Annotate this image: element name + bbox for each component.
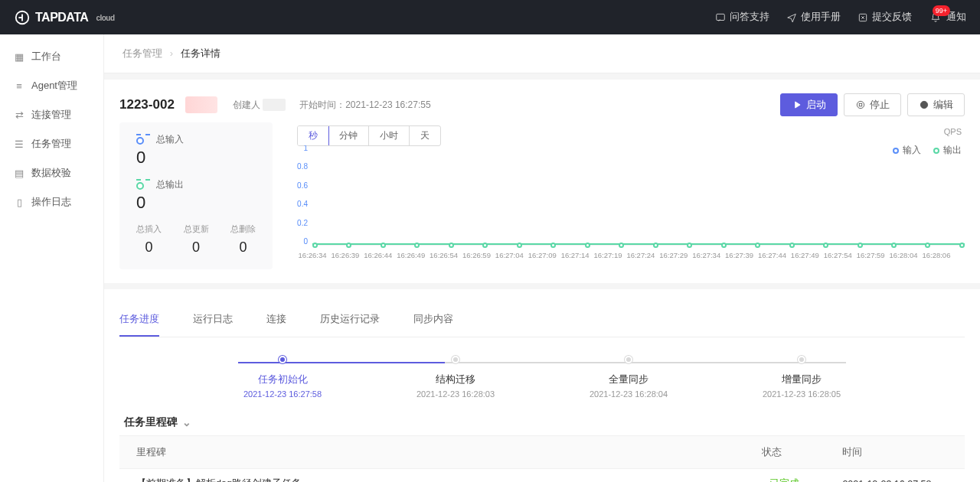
svg-point-3 <box>857 101 864 108</box>
status-badge: 已完成 <box>762 477 808 482</box>
topbar: TAPDATA cloud 问答支持 使用手册 提交反馈 通知 <box>0 0 980 34</box>
grid-icon: ▦ <box>14 51 24 62</box>
feedback-link[interactable]: 提交反馈 <box>858 11 912 24</box>
output-value: 0 <box>136 193 256 213</box>
output-stat: 总输出 <box>136 178 256 191</box>
tab-sync[interactable]: 同步内容 <box>413 303 453 337</box>
task-id: 1223-002 <box>119 97 175 112</box>
breadcrumb: 任务管理 › 任务详情 <box>104 34 980 73</box>
log-icon: ▯ <box>14 197 24 207</box>
table-row: 【前期准备】解析dag路径创建子任务已完成2021-12-23 16:27:58 <box>119 469 965 483</box>
col-name: 里程碑 <box>119 436 745 469</box>
stop-button[interactable]: 停止 <box>844 93 901 116</box>
breadcrumb-parent[interactable]: 任务管理 <box>122 47 162 59</box>
col-time: 时间 <box>825 436 965 469</box>
range-day[interactable]: 天 <box>410 126 440 145</box>
chart-area: 秒 分钟 小时 天 QPS 输入 输出 00.20.40.60.81 <box>289 122 965 269</box>
step-structure: 结构迁移2021-12-23 16:28:03 <box>369 356 542 399</box>
qa-support-label: 问答支持 <box>730 11 769 24</box>
link-icon: ⇄ <box>14 109 24 120</box>
svg-rect-4 <box>859 103 862 106</box>
col-status: 状态 <box>745 436 825 469</box>
sidebar-label: 连接管理 <box>31 108 71 122</box>
sidebar-label: Agent管理 <box>31 79 77 93</box>
sidebar-label: 任务管理 <box>31 137 71 151</box>
sidebar-label: 操作日志 <box>31 195 71 209</box>
brand-suffix: cloud <box>96 14 114 22</box>
task-icon: ☰ <box>14 138 24 149</box>
notification-bell[interactable]: 通知 <box>929 11 966 24</box>
task-status-chip <box>185 96 217 113</box>
step-inc: 增量同步2021-12-23 16:28:05 <box>715 356 888 399</box>
sidebar-item-log[interactable]: ▯操作日志 <box>0 187 103 217</box>
qps-label: QPS <box>944 127 962 136</box>
sidebar-item-connection[interactable]: ⇄连接管理 <box>0 100 103 129</box>
brand-name: TAPDATA <box>35 11 88 24</box>
line-chart: 00.20.40.60.81 16:26:3416:26:3916:26:441… <box>289 152 965 259</box>
main-content: 任务管理 › 任务详情 1223-002 创建人 开始时间：2021-12-23… <box>104 34 980 482</box>
logo-icon <box>14 9 31 26</box>
tab-connection[interactable]: 连接 <box>266 303 286 337</box>
sidebar-item-verify[interactable]: ▤数据校验 <box>0 158 103 187</box>
sidebar-label: 数据校验 <box>31 166 71 180</box>
start-button[interactable]: 启动 <box>780 93 838 116</box>
start-time-meta: 开始时间：2021-12-23 16:27:55 <box>299 99 430 112</box>
step-full: 全量同步2021-12-23 16:28:04 <box>542 356 715 399</box>
brand-logo: TAPDATA cloud <box>14 9 115 26</box>
check-icon: ▤ <box>14 168 24 178</box>
send-icon <box>786 12 797 23</box>
sidebar-item-agent[interactable]: ≡Agent管理 <box>0 71 103 100</box>
range-second[interactable]: 秒 <box>297 125 329 146</box>
progress-panel: 任务进度 运行日志 连接 历史运行记录 同步内容 任务初始化2021-12-23… <box>104 289 980 482</box>
creator-meta: 创建人 <box>233 99 286 112</box>
milestone-name: 【前期准备】解析dag路径创建子任务 <box>119 469 745 483</box>
svg-rect-1 <box>717 14 725 20</box>
milestone-time: 2021-12-23 16:27:58 <box>825 469 965 483</box>
edit-button[interactable]: 编辑 <box>907 93 965 116</box>
milestone-header[interactable]: 任务里程碑 ⌄ <box>119 405 965 435</box>
range-minute[interactable]: 分钟 <box>328 126 369 145</box>
play-icon <box>792 99 802 110</box>
pencil-icon <box>919 99 929 110</box>
manual-label: 使用手册 <box>801 11 841 24</box>
qa-support-link[interactable]: 问答支持 <box>715 11 769 24</box>
sidebar-item-workbench[interactable]: ▦工作台 <box>0 42 103 71</box>
sidebar-label: 工作台 <box>31 50 61 64</box>
sidebar: ▦工作台 ≡Agent管理 ⇄连接管理 ☰任务管理 ▤数据校验 ▯操作日志 <box>0 34 104 482</box>
tab-runlog[interactable]: 运行日志 <box>193 303 233 337</box>
chart-plot <box>312 152 965 246</box>
feedback-label: 提交反馈 <box>872 11 912 24</box>
chevron-down-icon: ⌄ <box>182 416 191 428</box>
edit-icon <box>858 12 868 23</box>
range-hour[interactable]: 小时 <box>369 126 410 145</box>
stats-card: 总输入 0 总输出 0 总插入0 总更新0 总删除0 <box>119 122 273 269</box>
milestone-table: 里程碑 状态 时间 【前期准备】解析dag路径创建子任务已完成2021-12-2… <box>119 435 965 482</box>
time-range-tabs: 秒 分钟 小时 天 <box>297 125 441 146</box>
notification-badge <box>929 11 942 24</box>
step-init: 任务初始化2021-12-23 16:27:58 <box>196 356 369 399</box>
detail-tabs: 任务进度 运行日志 连接 历史运行记录 同步内容 <box>119 303 965 337</box>
input-stat: 总输入 <box>136 133 256 146</box>
input-value: 0 <box>136 148 256 168</box>
chat-icon <box>715 12 726 23</box>
progress-steps: 任务初始化2021-12-23 16:27:58 结构迁移2021-12-23 … <box>119 337 965 405</box>
svg-point-5 <box>920 101 927 108</box>
tab-history[interactable]: 历史运行记录 <box>320 303 380 337</box>
manual-link[interactable]: 使用手册 <box>786 11 841 24</box>
stat-columns: 总插入0 总更新0 总删除0 <box>136 223 256 256</box>
sidebar-item-task[interactable]: ☰任务管理 <box>0 129 103 158</box>
bell-icon <box>930 12 941 23</box>
stop-icon <box>855 99 866 110</box>
task-header-panel: 1223-002 创建人 开始时间：2021-12-23 16:27:55 启动… <box>104 80 980 283</box>
breadcrumb-current: 任务详情 <box>181 47 220 59</box>
tab-progress[interactable]: 任务进度 <box>119 303 159 337</box>
list-icon: ≡ <box>14 80 24 91</box>
chevron-right-icon: › <box>170 47 173 59</box>
